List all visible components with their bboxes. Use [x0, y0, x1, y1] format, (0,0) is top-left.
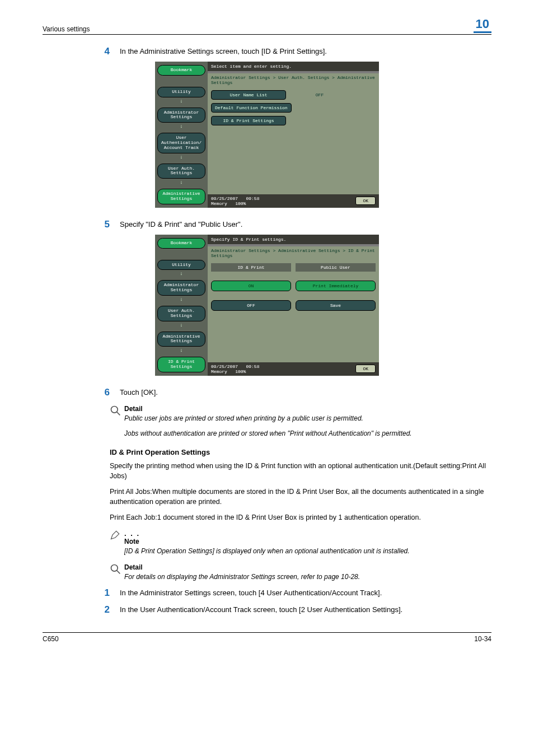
- screen-title: Specify ID & Print settings.: [208, 235, 379, 244]
- chapter-number: 10: [474, 17, 491, 33]
- step-number: 1: [43, 587, 120, 599]
- body-paragraph: Print All Jobs:When multiple documents a…: [110, 487, 491, 507]
- body-paragraph: Specify the printing method when using t…: [110, 461, 491, 481]
- footer-date: 09/25/2007: [211, 364, 238, 369]
- step-text: Specify "ID & Print" and "Public User".: [120, 219, 491, 228]
- section-title: Various settings: [43, 25, 90, 33]
- breadcrumb: Administrator Settings > User Auth. Sett…: [208, 73, 379, 87]
- bookmark-button[interactable]: Bookmark: [157, 65, 205, 76]
- step-number: 6: [43, 387, 120, 398]
- arrow-down-icon: ↓: [157, 348, 205, 353]
- user-name-list-value: OFF: [316, 92, 324, 97]
- sidebar-item-utility[interactable]: Utility: [157, 260, 205, 270]
- sidebar-item-user-auth-settings[interactable]: User Auth. Settings: [157, 164, 205, 179]
- user-name-list-button[interactable]: User Name List: [211, 90, 286, 100]
- sidebar-item-utility[interactable]: Utility: [157, 87, 205, 97]
- step-number: 4: [43, 46, 120, 57]
- footer-memory-value: 100%: [235, 369, 246, 374]
- save-button[interactable]: Save: [296, 300, 376, 311]
- callout-text: Public user jobs are printed or stored w…: [124, 414, 491, 423]
- callout-text: For details on displaying the Administra…: [124, 572, 491, 582]
- arrow-down-icon: ↓: [157, 155, 205, 160]
- footer-date: 09/25/2007: [211, 196, 238, 201]
- column-header-id-print: ID & Print: [211, 263, 291, 272]
- footer-memory-value: 100%: [235, 201, 246, 206]
- step-text: In the Administrative Settings screen, t…: [120, 46, 491, 55]
- footer-memory-label: Memory: [211, 201, 227, 206]
- id-print-off-button[interactable]: OFF: [211, 300, 291, 311]
- arrow-down-icon: ↓: [157, 124, 205, 129]
- pen-icon: [110, 529, 121, 540]
- sidebar-item-user-auth-account-track[interactable]: User Authentication/ Account Track: [157, 133, 205, 153]
- svg-line-3: [117, 570, 120, 573]
- step-number: 2: [43, 604, 120, 615]
- svg-line-1: [117, 412, 120, 415]
- sidebar-item-id-print-settings[interactable]: ID & Print Settings: [157, 357, 205, 372]
- footer-time: 09:58: [246, 364, 259, 369]
- svg-point-2: [111, 564, 118, 571]
- footer-page-number: 10-34: [474, 635, 491, 643]
- arrow-down-icon: ↓: [157, 271, 205, 277]
- sidebar-item-administrative-settings[interactable]: Administrative Settings: [157, 189, 205, 204]
- ok-button[interactable]: OK: [355, 197, 376, 205]
- column-header-public-user: Public User: [296, 263, 376, 272]
- step-number: 5: [43, 219, 120, 230]
- admin-settings-screen: Bookmark Utility ↓ Administrator Setting…: [155, 62, 379, 208]
- callout-label: Note: [124, 538, 491, 545]
- subsection-heading: ID & Print Operation Settings: [110, 448, 491, 456]
- magnifier-icon: [110, 405, 121, 416]
- step-text: In the User Authentication/Account Track…: [120, 604, 491, 614]
- body-paragraph: Print Each Job:1 document stored in the …: [110, 512, 491, 522]
- magnifier-icon: [110, 563, 121, 575]
- id-print-on-button[interactable]: ON: [211, 281, 291, 291]
- callout-text: [ID & Print Operation Settings] is displ…: [124, 547, 491, 556]
- svg-point-0: [111, 406, 118, 413]
- ok-button[interactable]: OK: [355, 365, 376, 373]
- arrow-down-icon: ↓: [157, 180, 205, 185]
- step-text: In the Administrator Settings screen, to…: [120, 587, 491, 597]
- callout-text: Jobs without authentication are printed …: [124, 429, 491, 438]
- callout-label: Detail: [124, 563, 491, 571]
- callout-label: Detail: [124, 405, 491, 413]
- breadcrumb: Administrator Settings > Administrative …: [208, 246, 379, 260]
- id-print-settings-button[interactable]: ID & Print Settings: [211, 116, 286, 125]
- arrow-down-icon: ↓: [157, 323, 205, 328]
- screen-title: Select item and enter setting.: [208, 62, 379, 71]
- sidebar-item-admin-settings[interactable]: Administrator Settings: [157, 108, 205, 123]
- step-text: Touch [OK].: [120, 387, 491, 396]
- footer-model: C650: [43, 635, 59, 643]
- sidebar-item-user-auth-settings[interactable]: User Auth. Settings: [157, 306, 205, 321]
- footer-time: 09:58: [246, 196, 259, 201]
- arrow-down-icon: ↓: [157, 297, 205, 302]
- print-immediately-button[interactable]: Print Immediately: [296, 281, 376, 291]
- bookmark-button[interactable]: Bookmark: [157, 238, 205, 249]
- id-print-settings-screen: Bookmark Utility ↓ Administrator Setting…: [155, 235, 379, 376]
- footer-memory-label: Memory: [211, 369, 227, 374]
- arrow-down-icon: ↓: [157, 99, 205, 104]
- ellipsis-icon: . . .: [124, 529, 491, 538]
- default-function-permission-button[interactable]: Default Function Permission: [211, 103, 292, 113]
- sidebar-item-administrative-settings[interactable]: Administrative Settings: [157, 332, 205, 347]
- sidebar-item-admin-settings[interactable]: Administrator Settings: [157, 280, 205, 296]
